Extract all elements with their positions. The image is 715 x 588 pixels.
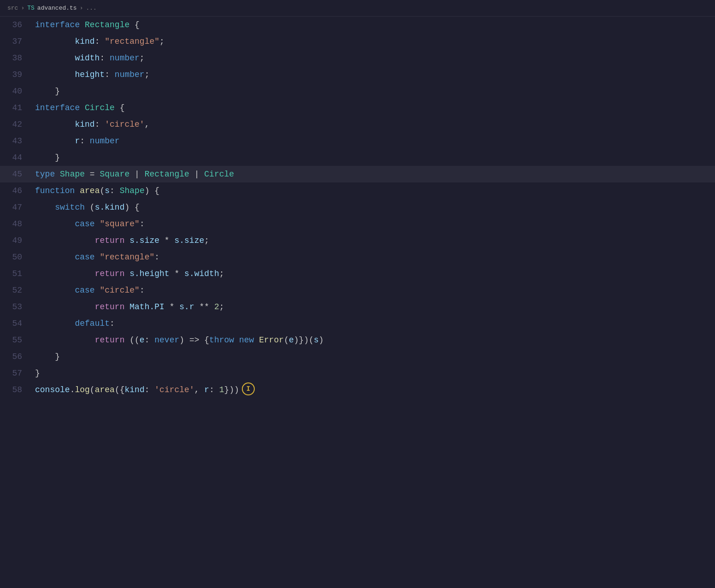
code-line-57: 57} (0, 365, 715, 382)
code-line-48: 48 case "square": (0, 216, 715, 232)
line-number-50: 50 (0, 249, 33, 265)
line-number-54: 54 (0, 315, 33, 332)
line-number-56: 56 (0, 348, 33, 365)
line-content-42: kind: 'circle', (33, 116, 715, 133)
line-number-51: 51 (0, 265, 33, 282)
line-number-36: 36 (0, 17, 33, 33)
line-content-44: } (33, 149, 715, 166)
line-content-40: } (33, 83, 715, 100)
line-number-38: 38 (0, 50, 33, 66)
breadcrumb-ellipsis: ... (86, 5, 96, 12)
code-line-49: 49 return s.size * s.size; (0, 232, 715, 249)
breadcrumb-sep1: › (21, 5, 24, 12)
breadcrumb-bar: src › TS advanced.ts › ... (0, 0, 715, 17)
line-content-56: } (33, 348, 715, 365)
line-content-41: interface Circle { (33, 100, 715, 116)
code-line-45: 45type Shape = Square | Rectangle | Circ… (0, 166, 715, 182)
editor-container: src › TS advanced.ts › ... 36interface R… (0, 0, 715, 588)
code-line-41: 41interface Circle { (0, 100, 715, 116)
line-content-53: return Math.PI * s.r ** 2; (33, 299, 715, 315)
breadcrumb-sep2: › (80, 5, 83, 12)
code-line-46: 46function area(s: Shape) { (0, 182, 715, 199)
line-number-46: 46 (0, 182, 33, 199)
line-number-52: 52 (0, 282, 33, 299)
line-number-41: 41 (0, 100, 33, 116)
code-line-36: 36interface Rectangle { (0, 17, 715, 33)
line-number-53: 53 (0, 299, 33, 315)
line-content-46: function area(s: Shape) { (33, 182, 715, 199)
line-content-51: return s.height * s.width; (33, 265, 715, 282)
line-number-47: 47 (0, 199, 33, 216)
code-line-44: 44 } (0, 149, 715, 166)
code-line-42: 42 kind: 'circle', (0, 116, 715, 133)
breadcrumb-ts-badge: TS (27, 5, 35, 12)
line-content-57: } (33, 365, 715, 382)
code-line-40: 40 } (0, 83, 715, 100)
code-line-52: 52 case "circle": (0, 282, 715, 299)
code-area[interactable]: 36interface Rectangle {37 kind: "rectang… (0, 17, 715, 588)
code-line-53: 53 return Math.PI * s.r ** 2; (0, 299, 715, 315)
breadcrumb-src: src (7, 5, 18, 12)
line-number-55: 55 (0, 332, 33, 348)
code-line-37: 37 kind: "rectangle"; (0, 33, 715, 50)
code-line-39: 39 height: number; (0, 66, 715, 83)
line-number-37: 37 (0, 33, 33, 50)
line-content-47: switch (s.kind) { (33, 199, 715, 216)
line-number-44: 44 (0, 149, 33, 166)
line-content-55: return ((e: never) => {throw new Error(e… (33, 332, 715, 348)
line-content-52: case "circle": (33, 282, 715, 299)
code-line-50: 50 case "rectangle": (0, 249, 715, 265)
line-number-43: 43 (0, 133, 33, 149)
line-number-45: 45 (0, 166, 33, 182)
line-content-49: return s.size * s.size; (33, 232, 715, 249)
code-line-51: 51 return s.height * s.width; (0, 265, 715, 282)
code-line-56: 56 } (0, 348, 715, 365)
code-line-43: 43 r: number (0, 133, 715, 149)
line-number-40: 40 (0, 83, 33, 100)
line-number-39: 39 (0, 66, 33, 83)
code-line-54: 54 default: (0, 315, 715, 332)
line-content-43: r: number (33, 133, 715, 149)
line-number-48: 48 (0, 216, 33, 232)
line-content-37: kind: "rectangle"; (33, 33, 715, 50)
line-content-36: interface Rectangle { (33, 17, 715, 33)
line-content-50: case "rectangle": (33, 249, 715, 265)
line-content-58: console.log(area({kind: 'circle', r: 1})… (33, 382, 715, 398)
line-content-39: height: number; (33, 66, 715, 83)
code-line-58: 58console.log(area({kind: 'circle', r: 1… (0, 382, 715, 398)
line-content-48: case "square": (33, 216, 715, 232)
line-number-58: 58 (0, 382, 33, 398)
line-content-38: width: number; (33, 50, 715, 66)
line-number-42: 42 (0, 116, 33, 133)
code-line-55: 55 return ((e: never) => {throw new Erro… (0, 332, 715, 348)
line-content-45: type Shape = Square | Rectangle | Circle (33, 166, 715, 182)
line-number-57: 57 (0, 365, 33, 382)
breadcrumb-filename: advanced.ts (37, 5, 77, 12)
code-line-47: 47 switch (s.kind) { (0, 199, 715, 216)
cursor-badge: I (242, 382, 255, 395)
line-content-54: default: (33, 315, 715, 332)
line-number-49: 49 (0, 232, 33, 249)
code-line-38: 38 width: number; (0, 50, 715, 66)
